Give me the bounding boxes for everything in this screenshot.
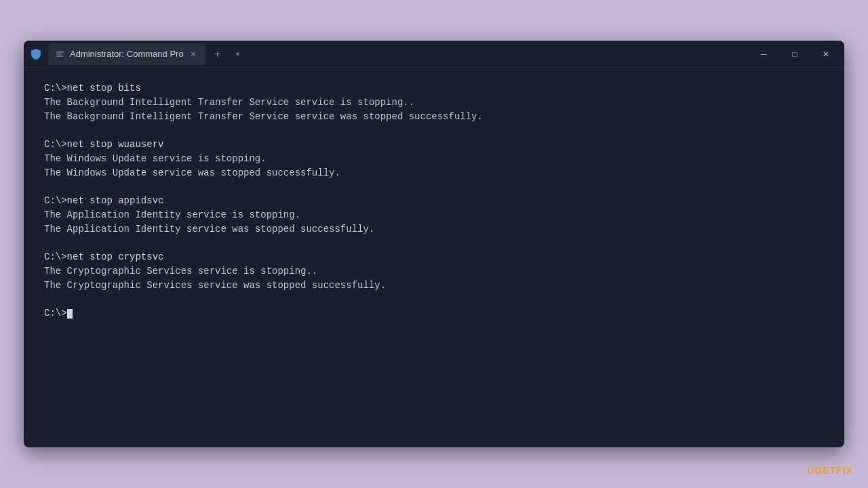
command-block-1: C:\>net stop bits The Background Intelli… [44, 81, 824, 124]
watermark-suffix: FIX [836, 465, 853, 476]
maximize-button[interactable]: □ [779, 43, 810, 65]
prompt-text: C:\> [44, 308, 67, 319]
output-line-3-1: The Application Identity service is stop… [44, 208, 824, 222]
titlebar-left: Administrator: Command Pro ✕ + ▾ [24, 43, 748, 65]
terminal-body[interactable]: C:\>net stop bits The Background Intelli… [24, 68, 844, 447]
new-tab-button[interactable]: + [208, 45, 227, 64]
command-block-2: C:\>net stop wuauserv The Windows Update… [44, 138, 824, 180]
watermark-accent: ET [823, 465, 836, 476]
minimize-button[interactable]: ─ [748, 43, 779, 65]
window-controls: ─ □ ✕ [748, 43, 844, 65]
output-line-2-1: The Windows Update service is stopping. [44, 152, 824, 166]
command-block-4: C:\>net stop cryptsvc The Cryptographic … [44, 250, 824, 293]
svg-rect-2 [56, 54, 62, 55]
tab-icon [55, 49, 66, 60]
command-line-2: C:\>net stop wuauserv [44, 138, 824, 152]
cursor [67, 309, 73, 319]
active-tab[interactable]: Administrator: Command Pro ✕ [48, 43, 205, 65]
output-line-1-2: The Background Intelligent Transfer Serv… [44, 110, 824, 124]
terminal-window: Administrator: Command Pro ✕ + ▾ ─ □ ✕ C… [24, 41, 844, 447]
svg-rect-3 [56, 56, 63, 57]
command-block-3: C:\>net stop appidsvc The Application Id… [44, 194, 824, 237]
dropdown-button[interactable]: ▾ [230, 45, 246, 64]
command-line-4: C:\>net stop cryptsvc [44, 250, 824, 264]
tab-close-button[interactable]: ✕ [188, 49, 199, 60]
titlebar: Administrator: Command Pro ✕ + ▾ ─ □ ✕ [24, 41, 844, 68]
output-line-4-1: The Cryptographic Services service is st… [44, 264, 824, 279]
shield-icon [29, 47, 43, 61]
output-line-3-2: The Application Identity service was sto… [44, 222, 824, 237]
command-line-1: C:\>net stop bits [44, 81, 824, 96]
watermark-prefix: UG [807, 465, 823, 476]
output-line-2-2: The Windows Update service was stopped s… [44, 166, 824, 180]
watermark: UGETFIX [807, 465, 853, 476]
svg-rect-1 [56, 52, 64, 53]
command-line-3: C:\>net stop appidsvc [44, 194, 824, 208]
active-prompt[interactable]: C:\> [44, 306, 824, 321]
output-line-4-2: The Cryptographic Services service was s… [44, 279, 824, 293]
tab-title: Administrator: Command Pro [70, 49, 184, 59]
output-line-1-1: The Background Intelligent Transfer Serv… [44, 96, 824, 110]
close-button[interactable]: ✕ [810, 43, 842, 65]
